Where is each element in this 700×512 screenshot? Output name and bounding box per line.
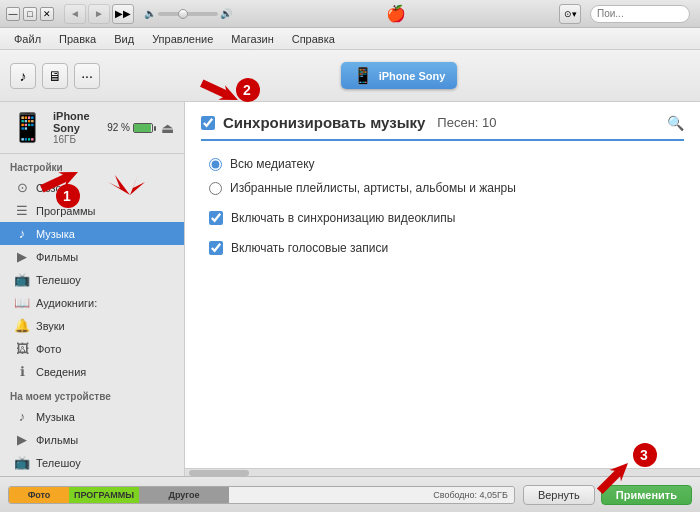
toolbar-media-icons: ♪ 🖥 ···	[10, 63, 100, 89]
sidebar-item-label: Музыка	[36, 411, 75, 423]
seg-programs: ПРОГРАММЫ	[69, 487, 139, 503]
volume-control[interactable]: 🔈 🔊	[144, 8, 232, 19]
sidebar-item-tvshows[interactable]: 📺 Телешоу	[0, 268, 184, 291]
check-voice-label: Включать голосовые записи	[231, 241, 388, 255]
sidebar-item-info[interactable]: ℹ Сведения	[0, 360, 184, 383]
seg-photos: Фото	[9, 487, 69, 503]
device-tab[interactable]: 📱 iPhone Sony	[341, 62, 458, 89]
sidebar-item-device-tvshows[interactable]: 📺 Телешоу	[0, 451, 184, 474]
fast-forward-button[interactable]: ▶▶	[112, 4, 134, 24]
sync-title: Синхронизировать музыку	[223, 114, 425, 131]
sidebar-item-programs[interactable]: ☰ Программы	[0, 199, 184, 222]
device-music-icon: ♪	[14, 409, 30, 424]
apply-button[interactable]: Применить	[601, 485, 692, 505]
menu-help[interactable]: Справка	[284, 31, 343, 47]
sidebar-item-device-music[interactable]: ♪ Музыка	[0, 405, 184, 428]
check-video-input[interactable]	[209, 211, 223, 225]
storage-bar: Фото ПРОГРАММЫ Другое Свободно: 4,05ГБ	[8, 486, 515, 504]
music-icon[interactable]: ♪	[10, 63, 36, 89]
radio-selected[interactable]: Избранные плейлисты, артисты, альбомы и …	[209, 181, 684, 195]
window-controls: — □ ✕	[6, 7, 54, 21]
menu-file[interactable]: Файл	[6, 31, 49, 47]
sidebar-item-label: Телешоу	[36, 457, 81, 469]
seg-free: Свободно: 4,05ГБ	[229, 487, 514, 503]
overview-icon: ⊙	[14, 180, 30, 195]
songs-count: Песен: 10	[437, 115, 496, 130]
sync-checkbox[interactable]	[201, 116, 215, 130]
sidebar-item-label: Телешоу	[36, 274, 81, 286]
content-search-icon[interactable]: 🔍	[667, 115, 684, 131]
sidebar-item-device-movies[interactable]: ▶ Фильмы	[0, 428, 184, 451]
sidebar-section-settings: Настройки	[0, 154, 184, 176]
sidebar-item-overview[interactable]: ⊙ Обзор	[0, 176, 184, 199]
horizontal-scrollbar[interactable]	[185, 468, 700, 476]
free-label: Свободно: 4,05ГБ	[433, 490, 508, 500]
check-video[interactable]: Включать в синхронизацию видеоклипы	[209, 211, 684, 225]
bottom-actions: Вернуть Применить	[523, 485, 692, 505]
device-info: 📱 iPhone Sony 16ГБ 92 % ⏏	[0, 102, 184, 154]
sidebar-item-label: Звуки	[36, 320, 65, 332]
device-name: iPhone Sony	[53, 110, 99, 134]
radio-all-library[interactable]: Всю медиатеку	[209, 157, 684, 171]
user-button[interactable]: ⊙▾	[559, 4, 581, 24]
revert-button[interactable]: Вернуть	[523, 485, 595, 505]
seg-other: Другое	[139, 487, 229, 503]
sidebar-item-label: Фильмы	[36, 434, 78, 446]
sidebar-item-sounds[interactable]: 🔔 Звуки	[0, 314, 184, 337]
more-icon[interactable]: ···	[74, 63, 100, 89]
sidebar-item-label: Аудиокниги:	[36, 297, 97, 309]
scroll-thumb[interactable]	[189, 470, 249, 476]
device-tab-label: iPhone Sony	[379, 70, 446, 82]
sidebar-item-music[interactable]: ♪ Музыка	[0, 222, 184, 245]
bottom-bar: Фото ПРОГРАММЫ Другое Свободно: 4,05ГБ В…	[0, 476, 700, 512]
sidebar-item-label: Фильмы	[36, 251, 78, 263]
check-voice[interactable]: Включать голосовые записи	[209, 241, 684, 255]
device-storage: 16ГБ	[53, 134, 99, 145]
back-button[interactable]: ◄	[64, 4, 86, 24]
menu-manage[interactable]: Управление	[144, 31, 221, 47]
menu-store[interactable]: Магазин	[223, 31, 281, 47]
music-nav-icon: ♪	[14, 226, 30, 241]
sidebar-item-label: Фото	[36, 343, 61, 355]
check-voice-input[interactable]	[209, 241, 223, 255]
check-video-label: Включать в синхронизацию видеоклипы	[231, 211, 455, 225]
sidebar-section-device: На моем устройстве	[0, 383, 184, 405]
menu-edit[interactable]: Правка	[51, 31, 104, 47]
forward-button[interactable]: ►	[88, 4, 110, 24]
device-movies-icon: ▶	[14, 432, 30, 447]
sidebar-item-label: Программы	[36, 205, 95, 217]
sync-header: Синхронизировать музыку Песен: 10 🔍	[201, 114, 684, 141]
sidebar-item-movies[interactable]: ▶ Фильмы	[0, 245, 184, 268]
main-layout: 📱 iPhone Sony 16ГБ 92 % ⏏ Настройки ⊙ Об…	[0, 102, 700, 476]
menu-bar: Файл Правка Вид Управление Магазин Справ…	[0, 28, 700, 50]
battery-icon	[133, 123, 153, 133]
audiobooks-icon: 📖	[14, 295, 30, 310]
search-input[interactable]	[590, 5, 690, 23]
radio-all-label: Всю медиатеку	[230, 157, 315, 171]
battery-info: 92 %	[107, 122, 153, 133]
nav-controls: ◄ ► ▶▶	[64, 4, 134, 24]
minimize-button[interactable]: —	[6, 7, 20, 21]
photos-icon: 🖼	[14, 341, 30, 356]
menu-view[interactable]: Вид	[106, 31, 142, 47]
title-bar: — □ ✕ ◄ ► ▶▶ 🔈 🔊 🍎 ⊙▾	[0, 0, 700, 28]
search-bar	[590, 5, 690, 23]
sidebar-item-label: Обзор	[36, 182, 68, 194]
sidebar-item-photos[interactable]: 🖼 Фото	[0, 337, 184, 360]
close-button[interactable]: ✕	[40, 7, 54, 21]
display-icon[interactable]: 🖥	[42, 63, 68, 89]
radio-selected-input[interactable]	[209, 182, 222, 195]
sidebar-item-label: Сведения	[36, 366, 86, 378]
toolbar: ♪ 🖥 ··· 📱 iPhone Sony	[0, 50, 700, 102]
radio-all-input[interactable]	[209, 158, 222, 171]
device-icon: 📱	[10, 111, 45, 144]
movies-icon: ▶	[14, 249, 30, 264]
eject-button[interactable]: ⏏	[161, 120, 174, 136]
sidebar-item-audiobooks[interactable]: 📖 Аудиокниги:	[0, 291, 184, 314]
battery-pct: 92 %	[107, 122, 130, 133]
info-icon: ℹ	[14, 364, 30, 379]
sidebar-item-label: Музыка	[36, 228, 75, 240]
maximize-button[interactable]: □	[23, 7, 37, 21]
sidebar: 📱 iPhone Sony 16ГБ 92 % ⏏ Настройки ⊙ Об…	[0, 102, 185, 476]
device-details: iPhone Sony 16ГБ	[53, 110, 99, 145]
